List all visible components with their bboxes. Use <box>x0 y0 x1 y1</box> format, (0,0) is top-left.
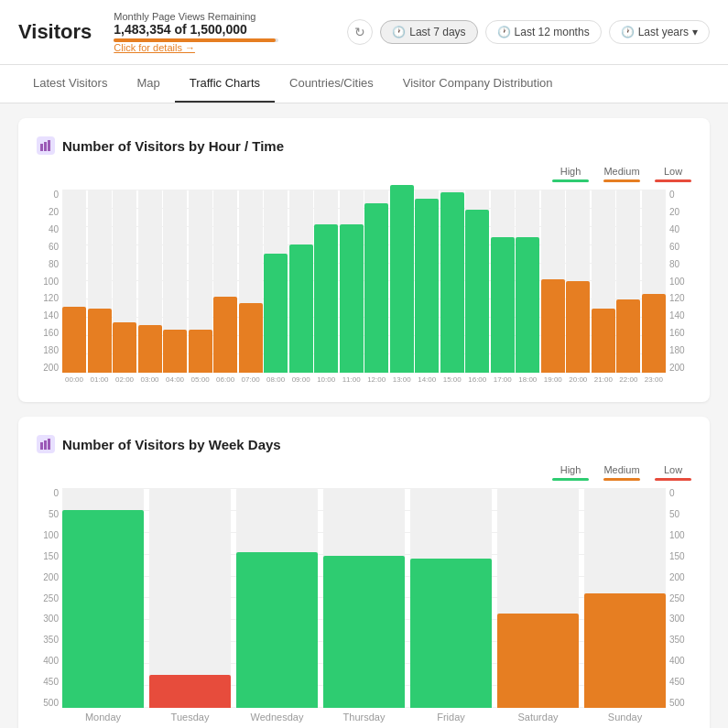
x-label: 17:00 <box>491 373 515 384</box>
bar <box>415 199 439 373</box>
chart2-y-axis: 500450400350300250200150100500 <box>37 488 62 708</box>
clock-icon: 🕐 <box>621 26 635 38</box>
monthly-info: Monthly Page Views Remaining 1,483,354 o… <box>114 11 278 53</box>
bar <box>592 309 615 373</box>
filter-last12months[interactable]: 🕐 Last 12 months <box>485 20 602 44</box>
x-label: 06:00 <box>213 373 237 384</box>
legend-medium-line <box>603 179 640 182</box>
bar-group <box>465 190 489 373</box>
bar <box>213 297 237 373</box>
chart2-icon <box>37 435 55 453</box>
header-left: Visitors Monthly Page Views Remaining 1,… <box>18 11 278 53</box>
y-label-right: 450 <box>669 677 691 687</box>
week-bar <box>410 559 492 708</box>
y-label-right: 250 <box>669 593 691 603</box>
bar-group <box>566 190 590 373</box>
week-bar <box>149 675 231 708</box>
chart2-axes-wrap: 500450400350300250200150100500 MondayTue… <box>37 488 691 723</box>
bar <box>516 237 539 373</box>
x-label: 00:00 <box>62 373 86 384</box>
filter-label: Last 12 months <box>515 26 590 38</box>
bar <box>541 279 565 373</box>
x-label: 23:00 <box>642 373 666 384</box>
filter-last7days[interactable]: 🕐 Last 7 days <box>380 20 477 44</box>
x-label: 22:00 <box>616 373 640 384</box>
bar-group <box>239 190 263 373</box>
bar-group <box>516 190 539 373</box>
chart1-y-axis-right: 200180160140120100806040200 <box>666 190 691 373</box>
week-bar-group <box>410 488 492 708</box>
week-bar-group <box>323 488 405 708</box>
bar <box>616 299 640 373</box>
legend-high-line <box>552 179 589 182</box>
bar <box>264 254 288 373</box>
y-label: 0 <box>37 190 59 200</box>
y-label: 450 <box>37 677 59 687</box>
bar <box>340 224 364 373</box>
monthly-link[interactable]: Click for details → <box>114 42 278 53</box>
bar-group <box>440 190 464 373</box>
x-label: 08:00 <box>264 373 288 384</box>
x-label: 16:00 <box>465 373 489 384</box>
monthly-progress-bar <box>114 38 278 42</box>
x-label: 19:00 <box>541 373 565 384</box>
y-label: 40 <box>37 224 59 234</box>
legend-high: High <box>552 166 589 182</box>
y-label-right: 400 <box>669 656 691 666</box>
week-bar <box>62 510 144 708</box>
week-bar <box>323 556 405 708</box>
bar <box>239 303 263 373</box>
svg-rect-2 <box>48 140 50 151</box>
bar <box>113 322 136 373</box>
header: Visitors Monthly Page Views Remaining 1,… <box>0 0 728 65</box>
y-label-right: 20 <box>669 207 691 217</box>
bar-group <box>289 190 313 373</box>
y-label-right: 350 <box>669 635 691 645</box>
clock-icon: 🕐 <box>497 26 511 38</box>
y-label: 200 <box>37 363 59 373</box>
filter-label: Last years <box>638 26 689 38</box>
svg-rect-1 <box>44 142 47 151</box>
nav-tab-company[interactable]: Visitor Company Distribution <box>388 65 568 103</box>
chart1-title-row: Number of Visitors by Hour / Time <box>37 136 691 155</box>
bar <box>491 237 515 373</box>
chart2-y-axis-right: 500450400350300250200150100500 <box>666 488 691 708</box>
refresh-button[interactable]: ↻ <box>347 19 373 45</box>
x-label: 15:00 <box>440 373 464 384</box>
filter-lastyears[interactable]: 🕐 Last years ▾ <box>609 20 710 44</box>
x-label: 04:00 <box>163 373 187 384</box>
nav-tab-map[interactable]: Map <box>122 65 174 103</box>
bar <box>364 203 388 373</box>
x-label: 02:00 <box>113 373 136 384</box>
bar-group <box>62 190 86 373</box>
week-bar-group <box>584 488 666 708</box>
legend-low-line <box>655 179 691 182</box>
chart1-legend: High Medium Low <box>37 166 691 182</box>
bar-group <box>642 190 666 373</box>
y-label-right: 140 <box>669 310 691 321</box>
x-label: 05:00 <box>189 373 212 384</box>
y-label: 180 <box>37 345 59 355</box>
bar <box>440 192 464 373</box>
y-label: 250 <box>37 593 59 603</box>
y-label: 140 <box>37 310 59 321</box>
y-label-right: 80 <box>669 259 691 269</box>
legend-low: Low <box>655 166 691 182</box>
bar-group <box>340 190 364 373</box>
x-label: 11:00 <box>340 373 364 384</box>
clock-icon: 🕐 <box>392 26 406 38</box>
nav-tab-countries[interactable]: Countries/Cities <box>275 65 388 103</box>
header-right: ↻ 🕐 Last 7 days🕐 Last 12 months🕐 Last ye… <box>347 19 710 45</box>
nav-tab-latest[interactable]: Latest Visitors <box>18 65 122 103</box>
y-label: 200 <box>37 572 59 582</box>
chart2-bars <box>62 488 666 708</box>
bar-group <box>390 190 414 373</box>
nav-tab-traffic[interactable]: Traffic Charts <box>175 65 275 103</box>
svg-rect-5 <box>48 439 50 450</box>
bar-group <box>189 190 212 373</box>
chart2-x-labels: MondayTuesdayWednesdayThursdayFridaySatu… <box>62 708 666 723</box>
bar-group <box>88 190 112 373</box>
y-label: 160 <box>37 328 59 338</box>
x-label: Thursday <box>323 708 405 723</box>
y-label: 120 <box>37 293 59 303</box>
